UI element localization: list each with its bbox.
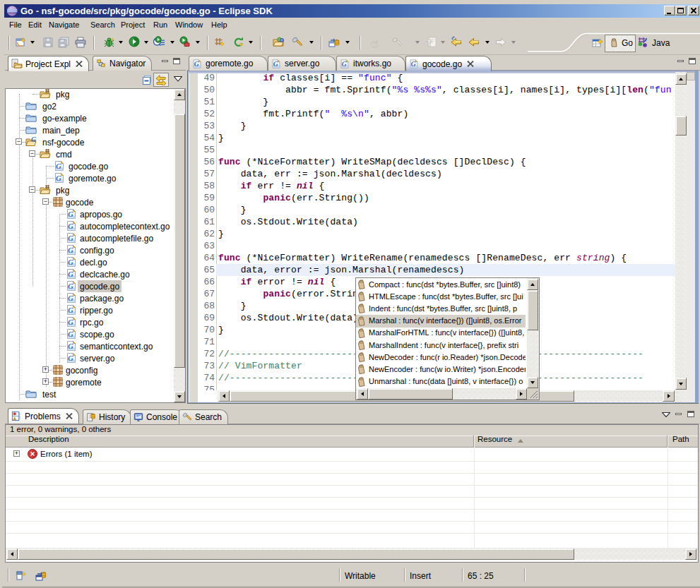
svg-text:G: G [56,174,61,182]
svg-text:G: G [68,294,73,302]
svg-text:G: G [68,222,73,230]
svg-text:G: G [273,59,278,67]
svg-text:G: G [194,59,199,67]
svg-text:G: G [68,258,73,266]
svg-text:G: G [68,270,73,278]
svg-text:G: G [68,318,73,326]
svg-text:G: G [68,246,73,254]
svg-text:G: G [68,282,73,290]
svg-text:G: G [68,330,73,338]
svg-text:G: G [56,162,61,170]
svg-text:G: G [68,342,73,350]
svg-text:G: G [68,306,73,314]
svg-text:G: G [68,354,73,362]
svg-text:G: G [68,210,73,218]
svg-text:G: G [411,60,416,68]
svg-text:G: G [68,234,73,242]
svg-text:G: G [342,59,347,67]
svg-text:G: G [31,136,37,143]
